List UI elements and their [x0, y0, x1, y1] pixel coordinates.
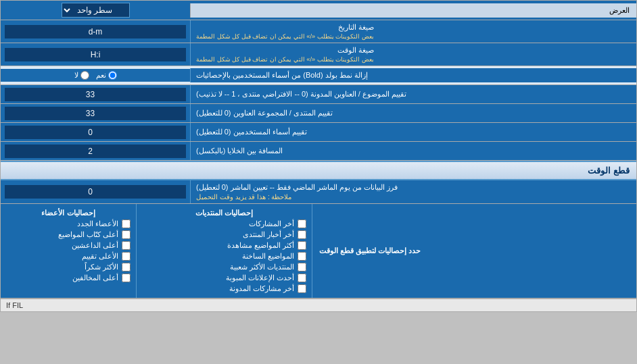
stat-checkbox-last-posts[interactable] — [298, 219, 306, 228]
members-stats-title: إحصاليات الأعضاء — [6, 209, 131, 217]
stat-label-top-violators: أعلى المخالفين — [72, 274, 118, 282]
cell-spacing-input-wrap: 2 — [1, 142, 190, 160]
display-input: سطر واحدسطرانثلاثة أسطر — [1, 1, 190, 20]
date-format-field[interactable]: d-m — [5, 25, 186, 38]
stat-label-classified-ads: أحدث الإعلانات المبوبة — [226, 274, 294, 282]
limit-label-cell: حدد إحصاليات لتطبيق قطع الوقت — [312, 204, 636, 298]
limit-label-text: حدد إحصاليات لتطبيق قطع الوقت — [319, 246, 421, 255]
bold-remove-input: نعم لا — [1, 69, 190, 82]
stat-checkbox-blog-posts[interactable] — [298, 284, 306, 293]
stat-label-most-popular: المنتديات الأكثر شعبية — [230, 263, 294, 271]
cell-spacing-field[interactable]: 2 — [5, 145, 186, 158]
bold-remove-label: إزالة نمط بولد (Bold) من أسماء المستخدمي… — [190, 68, 636, 82]
stat-item-most-popular[interactable]: المنتديات الأكثر شعبية — [142, 263, 306, 271]
stat-item-top-invites[interactable]: أعلى الداعشين — [6, 241, 131, 250]
stat-label-last-posts: أخر المشاركات — [249, 219, 294, 228]
users-per-page-input-wrap: 0 — [1, 123, 190, 141]
stat-checkbox-top-invites[interactable] — [122, 241, 131, 250]
forums-per-page-input-wrap: 33 — [1, 104, 190, 122]
cut-time-input-wrap: 0 — [1, 180, 190, 203]
bold-yes-text: نعم — [96, 71, 106, 80]
time-format-input-wrap: H:i — [1, 43, 190, 66]
cut-time-row: فرز البيانات من يوم الماشر الماضي فقط --… — [1, 180, 636, 204]
date-format-label: صيغة التاريخبعض التكوينات يتطلب «/» التي… — [190, 20, 636, 43]
stat-item-top-rated[interactable]: الأعلى تقييم — [6, 252, 131, 261]
footer-note: If FIL — [1, 298, 636, 311]
stat-label-top-posters: أعلى كتّاب المواضيع — [58, 230, 118, 239]
date-format-input-wrap: d-m — [1, 20, 190, 43]
stat-checkbox-top-posters[interactable] — [122, 230, 131, 239]
bold-remove-row: إزالة نمط بولد (Bold) من أسماء المستخدمي… — [1, 66, 636, 85]
stat-item-top-violators[interactable]: أعلى المخالفين — [6, 274, 131, 282]
users-per-page-row: تقييم أسماء المستخدمين (0 للتعطيل) 0 — [1, 123, 636, 142]
stat-label-hot-topics: المواضيع الساخنة — [242, 252, 294, 261]
forums-per-page-label: تقييم المنتدى / المجموعة العناوين (0 للت… — [190, 104, 636, 122]
stat-checkbox-classified-ads[interactable] — [298, 274, 306, 282]
cell-spacing-label: المسافة بين الخلايا (بالبكسل) — [190, 142, 636, 160]
bold-no-radio[interactable] — [80, 71, 89, 80]
stats-container: حدد إحصاليات لتطبيق قطع الوقت إحصاليات ا… — [1, 204, 636, 298]
stat-checkbox-top-violators[interactable] — [122, 274, 131, 282]
display-label: العرض — [190, 3, 636, 18]
time-format-field[interactable]: H:i — [5, 48, 186, 61]
stat-checkbox-most-viewed[interactable] — [298, 241, 306, 250]
forums-per-page-field[interactable]: 33 — [5, 107, 186, 120]
stat-label-blog-posts: أخر مشاركات المدونة — [229, 284, 294, 293]
members-stats-col: إحصاليات الأعضاء الأعضاء الجدد أعلى كتّا… — [1, 204, 136, 298]
main-container: العرض سطر واحدسطرانثلاثة أسطر صيغة التار… — [0, 0, 637, 312]
stat-item-last-news[interactable]: أخر أخبار المنتدى — [142, 230, 306, 239]
stat-checkbox-last-news[interactable] — [298, 230, 306, 239]
cut-time-note: ملاحظة : هذا قد يزيد وقت التحميل — [196, 193, 291, 201]
time-format-label: صيغة الوقتبعض التكوينات يتطلب «/» التي ي… — [190, 43, 636, 66]
topics-per-page-row: تقييم الموضوع / العناوين المدونة (0 -- ا… — [1, 85, 636, 104]
cut-time-header: قطع الوقت — [1, 161, 636, 180]
stat-checkbox-hot-topics[interactable] — [298, 252, 306, 261]
posts-stats-title: إحصاليات المنتديات — [142, 209, 306, 217]
stat-label-most-viewed: أكثر المواضيع مشاهدة — [227, 241, 294, 250]
cell-spacing-row: المسافة بين الخلايا (بالبكسل) 2 — [1, 142, 636, 161]
cut-time-field[interactable]: 0 — [5, 185, 186, 199]
cut-time-label: فرز البيانات من يوم الماشر الماضي فقط --… — [190, 180, 636, 203]
users-per-page-label: تقييم أسماء المستخدمين (0 للتعطيل) — [190, 123, 636, 141]
time-format-row: صيغة الوقتبعض التكوينات يتطلب «/» التي ي… — [1, 43, 636, 66]
display-dropdown[interactable]: سطر واحدسطرانثلاثة أسطر — [62, 3, 130, 18]
date-format-row: صيغة التاريخبعض التكوينات يتطلب «/» التي… — [1, 20, 636, 43]
stat-item-last-posts[interactable]: أخر المشاركات — [142, 219, 306, 228]
topics-per-page-input-wrap: 33 — [1, 85, 190, 103]
topics-per-page-label: تقييم الموضوع / العناوين المدونة (0 -- ا… — [190, 85, 636, 103]
stat-label-new-members: الأعضاء الجدد — [77, 219, 118, 228]
stat-item-top-posters[interactable]: أعلى كتّاب المواضيع — [6, 230, 131, 239]
display-row: العرض سطر واحدسطرانثلاثة أسطر — [1, 1, 636, 20]
posts-stats-col: إحصاليات المنتديات أخر المشاركات أخر أخب… — [136, 204, 312, 298]
bold-yes-radio[interactable] — [108, 71, 117, 80]
users-per-page-field[interactable]: 0 — [5, 126, 186, 139]
stat-item-most-thanked[interactable]: الأكثر شكراً — [6, 263, 131, 271]
stat-label-top-invites: أعلى الداعشين — [72, 241, 118, 250]
stat-item-most-viewed[interactable]: أكثر المواضيع مشاهدة — [142, 241, 306, 250]
stat-checkbox-new-members[interactable] — [122, 219, 131, 228]
stat-item-new-members[interactable]: الأعضاء الجدد — [6, 219, 131, 228]
stat-checkbox-most-thanked[interactable] — [122, 263, 131, 271]
stat-item-classified-ads[interactable]: أحدث الإعلانات المبوبة — [142, 274, 306, 282]
stat-item-hot-topics[interactable]: المواضيع الساخنة — [142, 252, 306, 261]
stat-label-last-news: أخر أخبار المنتدى — [243, 230, 294, 239]
bold-no-text: لا — [74, 71, 78, 80]
bold-yes-label[interactable]: نعم — [96, 71, 117, 80]
topics-per-page-field[interactable]: 33 — [5, 88, 186, 101]
stat-checkbox-most-popular[interactable] — [298, 263, 306, 271]
bold-no-label[interactable]: لا — [74, 71, 89, 80]
forums-per-page-row: تقييم المنتدى / المجموعة العناوين (0 للت… — [1, 104, 636, 123]
stat-item-blog-posts[interactable]: أخر مشاركات المدونة — [142, 284, 306, 293]
stat-label-top-rated: الأعلى تقييم — [82, 252, 118, 261]
stat-checkbox-top-rated[interactable] — [122, 252, 131, 261]
stat-label-most-thanked: الأكثر شكراً — [85, 263, 118, 271]
